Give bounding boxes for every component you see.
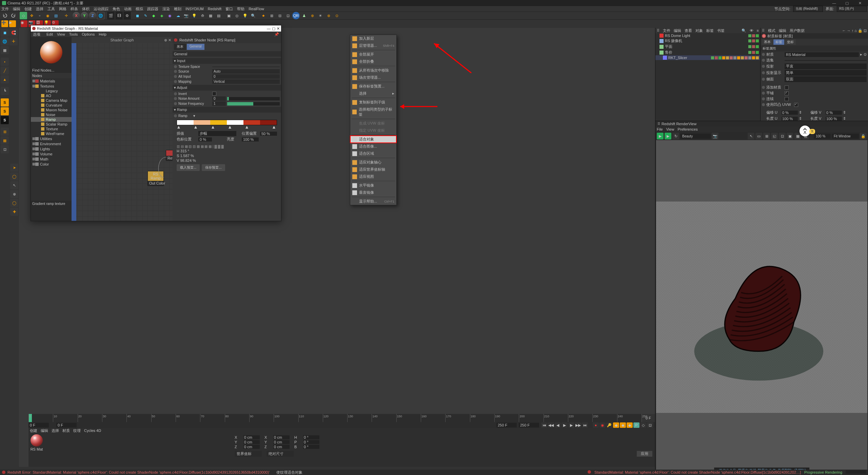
menu-item[interactable]: 选择 bbox=[36, 6, 43, 12]
move-icon[interactable]: ✛ bbox=[62, 12, 70, 19]
rv-menu[interactable]: Preferences bbox=[677, 127, 697, 131]
extra-button[interactable]: ★ bbox=[260, 12, 267, 19]
node-space-dropdown[interactable]: 当前 (Redshift) bbox=[793, 6, 823, 12]
magnet-button[interactable]: 🧲 bbox=[9, 28, 18, 37]
seamless-checkbox[interactable] bbox=[785, 97, 789, 101]
node-rs-material[interactable]: RS Material Refr TransmittanceOut Color bbox=[166, 150, 173, 161]
tree-item[interactable]: Scalar Ramp bbox=[31, 122, 72, 127]
coord-field[interactable]: 0 ° bbox=[303, 445, 319, 449]
menu-item[interactable]: 编辑 bbox=[13, 6, 20, 12]
extra-tool-button[interactable]: ▤ bbox=[215, 12, 222, 19]
play-button[interactable]: ▶ bbox=[561, 422, 568, 428]
extra-button[interactable]: ♟ bbox=[300, 12, 308, 19]
camera-button[interactable]: 📷 bbox=[182, 12, 190, 19]
render-button[interactable]: 🎬 bbox=[107, 12, 115, 19]
key-param-button[interactable]: P bbox=[633, 422, 639, 428]
eye-icon[interactable]: 👁 bbox=[750, 28, 753, 33]
tree-item[interactable]: ⊞ Lights bbox=[31, 146, 72, 151]
extra-button[interactable]: ⊕ bbox=[309, 12, 316, 19]
extra-button[interactable]: ⊟ bbox=[276, 12, 283, 19]
tree-item[interactable]: ⊞ Math bbox=[31, 156, 72, 162]
viewport-solo-off-button[interactable]: S bbox=[1, 116, 9, 124]
attr-menu[interactable]: 用户数据 bbox=[790, 28, 805, 33]
noise-freq-field[interactable]: 1 bbox=[212, 101, 226, 106]
ctx-item[interactable]: 复制标签到子级 bbox=[350, 99, 396, 106]
timeline-end-field[interactable]: 250 F bbox=[496, 423, 517, 428]
keyframe-dot-icon[interactable] bbox=[762, 92, 765, 95]
timeline-cur-field[interactable]: 0 F bbox=[56, 423, 77, 428]
objmgr-menu[interactable]: 查看 bbox=[685, 28, 692, 33]
rv-menu[interactable]: View bbox=[666, 127, 674, 131]
shader-graph-window[interactable]: Redshift Shader Graph - RS Material — ▢ … bbox=[31, 25, 281, 221]
tool-button[interactable]: ⊞ bbox=[763, 133, 770, 139]
move-tool-button[interactable]: ✥ bbox=[28, 12, 35, 19]
extra-button[interactable]: ✚ bbox=[10, 208, 18, 216]
tree-item[interactable]: Legacy bbox=[31, 89, 72, 93]
point-mode-button[interactable]: • bbox=[1, 58, 9, 66]
noise-amount-slider[interactable] bbox=[227, 97, 280, 100]
tile-checkbox[interactable] bbox=[785, 91, 789, 95]
node-input-label[interactable]: Refr Transmittance bbox=[167, 156, 173, 160]
knot-pos-field[interactable]: 0 % bbox=[198, 137, 212, 141]
palette-button[interactable]: ➕ bbox=[1, 20, 8, 27]
keyframe-dot-icon[interactable] bbox=[762, 86, 765, 89]
ctx-item[interactable]: 适应世界坐标轴 bbox=[350, 166, 396, 173]
section-ramp[interactable]: ▾ Ramp bbox=[173, 107, 281, 113]
axis-y-button[interactable]: Y bbox=[81, 12, 88, 19]
tree-item[interactable]: ⊞ Textures bbox=[31, 83, 72, 89]
ctx-item[interactable]: 加入新层 bbox=[350, 35, 396, 42]
node-tree[interactable]: ⊞ Materials⊞ TexturesLegacyAOCamera MapC… bbox=[31, 78, 72, 201]
ctx-item[interactable]: 选择▸ bbox=[350, 90, 396, 97]
selection-field[interactable] bbox=[785, 60, 867, 61]
size-mode-dropdown[interactable]: 绝对尺寸 bbox=[267, 451, 294, 457]
objmgr-menu[interactable]: 书签 bbox=[717, 28, 725, 33]
key-pos-button[interactable]: ◆ bbox=[613, 422, 619, 428]
model-mode-button[interactable]: ◼ bbox=[1, 28, 9, 37]
extra-tool-button[interactable]: ▦ bbox=[207, 12, 214, 19]
ctx-item[interactable]: 保存标签预置... bbox=[350, 83, 396, 90]
object-row[interactable]: RKT_Slicer bbox=[655, 55, 760, 60]
projection-dropdown[interactable]: 平直 bbox=[785, 63, 867, 69]
add-material-checkbox[interactable] bbox=[785, 86, 789, 90]
section-adjust[interactable]: ▾ Adjust bbox=[173, 85, 281, 91]
menu-item[interactable]: 角色 bbox=[113, 6, 120, 12]
use-bump-uvw-checkbox[interactable] bbox=[794, 103, 798, 107]
timeline[interactable]: 0102030405060708090100110120130140150160… bbox=[28, 414, 655, 422]
select-brush-button[interactable]: ↖ bbox=[10, 181, 18, 189]
tree-item[interactable]: ⊞ Utilities bbox=[31, 136, 72, 141]
sg-menu-item[interactable]: Tools bbox=[69, 32, 78, 36]
maximize-button[interactable]: ▢ bbox=[272, 26, 275, 31]
world-coords-button[interactable]: 🌐 bbox=[97, 12, 104, 19]
coord-field[interactable]: 0 cm bbox=[273, 440, 290, 444]
texture-space-field[interactable] bbox=[212, 66, 280, 67]
tool-button[interactable]: ↖ bbox=[748, 133, 754, 139]
keyframe-dot-icon[interactable] bbox=[762, 59, 765, 62]
object-row[interactable]: 售价 bbox=[655, 50, 760, 55]
tool-button[interactable]: ▣ bbox=[787, 133, 793, 139]
goto-start-button[interactable]: ⏮ bbox=[541, 422, 547, 428]
menu-item[interactable]: 体积 bbox=[82, 6, 90, 12]
axis-x-button[interactable]: X bbox=[73, 12, 80, 19]
timeline-start-field[interactable]: 0 F bbox=[28, 423, 49, 428]
tree-item[interactable]: ⊞ Environment bbox=[31, 141, 72, 146]
matmgr-menu[interactable]: 纹理 bbox=[73, 428, 81, 433]
tab-general[interactable]: General bbox=[187, 44, 204, 50]
menu-item[interactable]: 跟踪器 bbox=[147, 6, 158, 12]
clear-icon[interactable]: ⊙ bbox=[864, 52, 867, 57]
menu-item[interactable]: RealFlow bbox=[249, 7, 264, 11]
select-tool-button[interactable]: ◇ bbox=[20, 12, 27, 19]
projection-display-dropdown[interactable]: 简单 bbox=[785, 70, 867, 76]
ctx-item[interactable]: 适合对象 bbox=[350, 136, 396, 143]
search-icon[interactable]: 🔍 bbox=[742, 28, 746, 33]
axis-button[interactable]: ┗ bbox=[1, 87, 9, 95]
aov-dropdown[interactable]: Beauty bbox=[680, 134, 711, 139]
zoom-dropdown[interactable]: 100 % bbox=[814, 134, 831, 139]
rv-menu[interactable]: File bbox=[657, 127, 663, 131]
extra-button[interactable]: ⊗ bbox=[325, 12, 332, 19]
menu-item[interactable]: 运动跟踪 bbox=[94, 6, 108, 12]
attr-tab-tag[interactable]: 标签 bbox=[773, 39, 784, 45]
select-arrow-button[interactable]: ➤ bbox=[10, 164, 18, 172]
matmgr-menu[interactable]: 编辑 bbox=[41, 428, 48, 433]
noise-amount-field[interactable]: 0 bbox=[212, 96, 226, 101]
polygon-mode-button[interactable]: ▲ bbox=[1, 75, 9, 83]
